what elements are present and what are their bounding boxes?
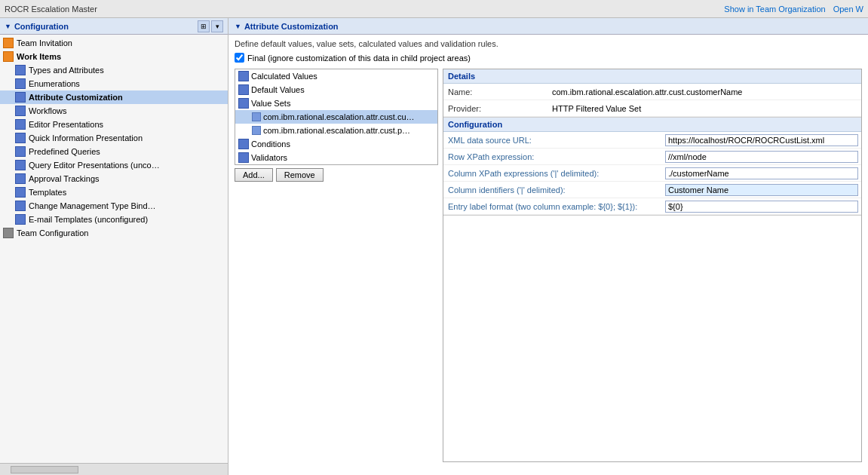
config-label-0: XML data source URL: — [443, 133, 662, 147]
tree-panel-icon-3 — [252, 112, 261, 121]
config-fields: XML data source URL:Row XPath expression… — [443, 132, 861, 215]
sidebar-item-11[interactable]: Templates — [0, 185, 228, 199]
tree-panel-item-6[interactable]: Validators — [235, 151, 437, 164]
sidebar-item-icon-4 — [15, 92, 26, 103]
details-provider-value: HTTP Filtered Value Set — [549, 103, 861, 115]
sidebar-item-8[interactable]: Predefined Queries — [0, 145, 228, 158]
sidebar-item-label-6: Editor Presentations — [29, 120, 103, 129]
config-value-1[interactable] — [662, 149, 861, 164]
details-section: Details Name: com.ibm.rational.escalatio… — [443, 69, 861, 118]
right-panel: Attribute Customization Define default v… — [229, 18, 868, 475]
sidebar-item-13[interactable]: E-mail Templates (unconfigured) — [0, 213, 228, 226]
config-value-3[interactable] — [662, 182, 861, 198]
tree-panel-item-5[interactable]: Conditions — [235, 137, 437, 151]
tree-panel-label-3: com.ibm.rational.escalation.attr.cust.cu… — [263, 112, 415, 121]
tree-buttons: Add... Remove — [235, 168, 438, 182]
tree-panel-label-2: Value Sets — [251, 99, 290, 108]
sidebar-item-5[interactable]: Workflows — [0, 104, 228, 118]
sidebar-item-9[interactable]: Query Editor Presentations (unco… — [0, 158, 228, 172]
open-w-link[interactable]: Open W — [833, 5, 863, 14]
sidebar-item-icon-1 — [3, 51, 14, 62]
config-input-0[interactable] — [665, 134, 858, 146]
tree-panel-item-3[interactable]: com.ibm.rational.escalation.attr.cust.cu… — [235, 110, 437, 124]
details-name-row: Name: com.ibm.rational.escalation.attr.c… — [443, 84, 861, 100]
config-row-4: Entry label format (two column example: … — [443, 198, 861, 215]
sidebar-item-icon-0 — [3, 38, 14, 48]
attr-customization-title: Attribute Customization — [235, 22, 339, 31]
sidebar-toolbar: ⊞ ▾ — [198, 20, 223, 32]
tree-panel-item-4[interactable]: com.ibm.rational.escalation.attr.cust.p… — [235, 124, 437, 137]
config-value-4[interactable] — [662, 199, 861, 214]
tree-panel-label-5: Conditions — [251, 139, 290, 149]
tree-panel-label-0: Calculated Values — [251, 72, 317, 81]
attr-customization-header: Attribute Customization — [229, 18, 868, 35]
sidebar-item-label-7: Quick Information Presentation — [29, 133, 143, 142]
tree-panel-label-1: Default Values — [251, 85, 305, 94]
tree-panel-item-2[interactable]: Value Sets — [235, 97, 437, 110]
sidebar-item-icon-2 — [15, 65, 26, 75]
tree-panel-icon-6 — [238, 152, 249, 163]
sidebar-title: Configuration — [5, 22, 69, 31]
tree-panel-icon-4 — [252, 126, 261, 135]
window-title: ROCR Escalation Master — [5, 5, 97, 14]
main-layout: Configuration ⊞ ▾ Team InvitationWork It… — [0, 18, 868, 475]
sidebar-item-10[interactable]: Approval Trackings — [0, 172, 228, 185]
title-bar: ROCR Escalation Master Show in Team Orga… — [0, 0, 868, 18]
sidebar-item-7[interactable]: Quick Information Presentation — [0, 131, 228, 145]
final-checkbox-label: Final (ignore customization of this data… — [247, 54, 471, 63]
sidebar-item-icon-11 — [15, 187, 26, 198]
sidebar-item-label-10: Approval Trackings — [29, 174, 100, 183]
details-provider-label: Provider: — [443, 102, 549, 115]
config-row-3: Column identifiers ('|' delimited): — [443, 182, 861, 198]
title-bar-links: Show in Team Organization Open W — [724, 5, 863, 14]
config-row-1: Row XPath expression: — [443, 149, 861, 165]
sidebar-item-icon-8 — [15, 146, 26, 157]
sidebar-horizontal-scrollbar[interactable] — [0, 463, 228, 475]
final-checkbox[interactable] — [235, 53, 244, 63]
sidebar-item-1[interactable]: Work Items — [0, 50, 228, 63]
sidebar-item-4[interactable]: Attribute Customization — [0, 90, 228, 104]
config-row-0: XML data source URL: — [443, 132, 861, 149]
sidebar-tree[interactable]: Team InvitationWork ItemsTypes and Attri… — [0, 35, 228, 463]
tree-panel-item-1[interactable]: Default Values — [235, 83, 437, 97]
config-value-2[interactable] — [662, 166, 861, 181]
tree-panel-icon-2 — [238, 98, 249, 109]
remove-button[interactable]: Remove — [276, 168, 324, 182]
add-button[interactable]: Add... — [235, 168, 273, 182]
sidebar-item-label-2: Types and Attributes — [29, 66, 104, 75]
show-in-team-org-link[interactable]: Show in Team Organization — [724, 5, 825, 14]
sidebar-header: Configuration ⊞ ▾ — [0, 18, 228, 35]
sidebar-item-icon-12 — [15, 201, 26, 211]
sidebar-item-label-9: Query Editor Presentations (unco… — [29, 161, 160, 170]
sidebar-item-14[interactable]: Team Configuration — [0, 226, 228, 240]
sidebar-item-icon-6 — [15, 119, 26, 130]
sidebar-item-6[interactable]: Editor Presentations — [0, 118, 228, 131]
config-input-2[interactable] — [665, 167, 858, 179]
sidebar-item-label-5: Workflows — [29, 106, 67, 115]
sidebar-icon-btn-1[interactable]: ⊞ — [198, 20, 210, 32]
sidebar: Configuration ⊞ ▾ Team InvitationWork It… — [0, 18, 229, 475]
sidebar-item-icon-10 — [15, 173, 26, 184]
sidebar-item-2[interactable]: Types and Attributes — [0, 63, 228, 77]
tree-panel[interactable]: Calculated ValuesDefault ValuesValue Set… — [235, 69, 438, 165]
details-section-header: Details — [443, 69, 861, 84]
tree-panel-item-0[interactable]: Calculated Values — [235, 69, 437, 83]
sidebar-item-icon-14 — [3, 228, 14, 238]
sidebar-item-label-11: Templates — [29, 188, 66, 197]
sidebar-item-12[interactable]: Change Management Type Bind… — [0, 199, 228, 213]
sidebar-icon-btn-2[interactable]: ▾ — [211, 20, 223, 32]
config-value-0[interactable] — [662, 133, 861, 148]
config-input-4[interactable] — [665, 201, 858, 213]
attr-customization-body: Define default values, value sets, calcu… — [229, 35, 868, 475]
sidebar-item-0[interactable]: Team Invitation — [0, 36, 228, 50]
tree-panel-icon-1 — [238, 84, 249, 95]
config-input-3[interactable] — [665, 184, 858, 196]
tree-panel-label-4: com.ibm.rational.escalation.attr.cust.p… — [263, 126, 410, 135]
sidebar-item-3[interactable]: Enumerations — [0, 77, 228, 90]
config-input-1[interactable] — [665, 151, 858, 163]
details-provider-row: Provider: HTTP Filtered Value Set — [443, 100, 861, 117]
sidebar-item-label-0: Team Invitation — [17, 38, 72, 48]
details-name-label: Name: — [443, 85, 549, 99]
tree-panel-label-6: Validators — [251, 153, 287, 162]
details-name-value: com.ibm.rational.escalation.attr.cust.cu… — [549, 86, 861, 98]
